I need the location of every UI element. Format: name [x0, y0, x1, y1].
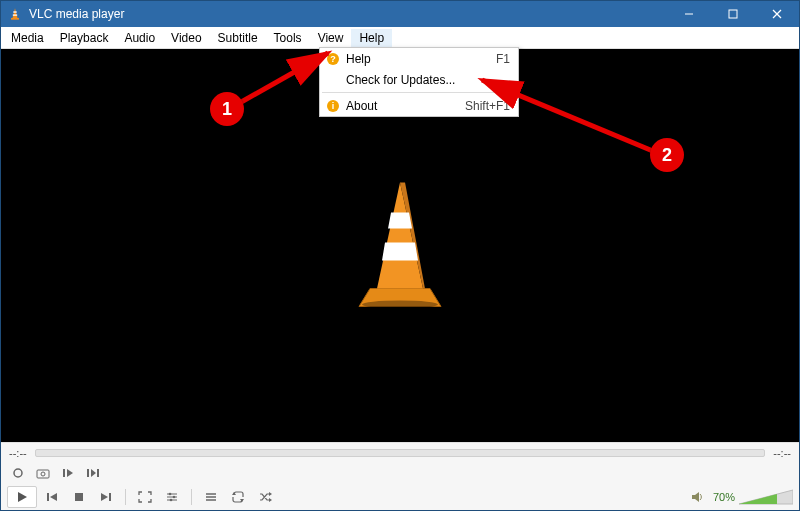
svg-marker-25 [50, 493, 57, 501]
seek-bar-row: --:-- --:-- [1, 442, 799, 462]
maximize-button[interactable] [711, 1, 755, 27]
menu-playback[interactable]: Playback [52, 29, 117, 47]
svg-marker-0 [12, 8, 17, 18]
shuffle-button[interactable] [253, 486, 277, 508]
help-icon: ? [324, 52, 342, 66]
play-button[interactable] [7, 486, 37, 508]
help-menu-about-label: About [342, 99, 465, 113]
svg-rect-16 [37, 470, 49, 478]
previous-button[interactable] [40, 486, 64, 508]
svg-marker-42 [692, 492, 699, 502]
atob-loop-button[interactable] [82, 463, 104, 483]
svg-point-33 [173, 496, 176, 499]
frame-step-button[interactable] [57, 463, 79, 483]
snapshot-button[interactable] [32, 463, 54, 483]
menu-view[interactable]: View [310, 29, 352, 47]
svg-marker-10 [377, 182, 423, 288]
time-total: --:-- [773, 447, 791, 459]
minimize-button[interactable] [667, 1, 711, 27]
menu-tools[interactable]: Tools [266, 29, 310, 47]
menu-help[interactable]: Help [351, 29, 392, 47]
title-bar: VLC media player [1, 1, 799, 27]
svg-rect-2 [13, 14, 17, 15]
svg-marker-27 [101, 493, 108, 501]
svg-marker-41 [269, 498, 272, 502]
fullscreen-button[interactable] [133, 486, 157, 508]
help-menu-help[interactable]: ? Help F1 [320, 48, 518, 69]
extended-settings-button[interactable] [160, 486, 184, 508]
menu-media[interactable]: Media [3, 29, 52, 47]
vlc-logo-icon [345, 176, 455, 315]
volume-percent-label: 70% [713, 491, 735, 503]
svg-rect-5 [729, 10, 737, 18]
mute-button[interactable] [685, 486, 709, 508]
svg-marker-21 [91, 469, 96, 477]
annotation-badge-2: 2 [650, 138, 684, 172]
svg-rect-24 [47, 493, 49, 501]
menu-audio[interactable]: Audio [116, 29, 163, 47]
svg-rect-26 [75, 493, 83, 501]
close-button[interactable] [755, 1, 799, 27]
help-dropdown: ? Help F1 Check for Updates... i About S… [319, 47, 519, 117]
window-title: VLC media player [29, 7, 124, 21]
loop-button[interactable] [226, 486, 250, 508]
svg-rect-22 [97, 469, 99, 477]
help-menu-check-updates[interactable]: Check for Updates... [320, 69, 518, 90]
svg-marker-40 [269, 492, 272, 496]
volume-control: 70% [685, 486, 793, 508]
help-menu-updates-label: Check for Updates... [342, 73, 510, 87]
svg-text:?: ? [330, 54, 336, 64]
svg-marker-23 [18, 492, 27, 502]
svg-point-17 [41, 472, 45, 476]
svg-marker-19 [67, 469, 73, 477]
svg-point-14 [362, 300, 438, 308]
primary-toolbar: 70% [1, 484, 799, 510]
seek-slider[interactable] [35, 449, 766, 457]
stop-button[interactable] [67, 486, 91, 508]
menu-subtitle[interactable]: Subtitle [210, 29, 266, 47]
menu-separator [322, 92, 516, 93]
help-menu-about-accel: Shift+F1 [465, 99, 510, 113]
menu-video[interactable]: Video [163, 29, 209, 47]
info-icon: i [324, 99, 342, 113]
svg-text:i: i [332, 101, 335, 111]
secondary-toolbar [1, 462, 799, 484]
svg-rect-18 [63, 469, 65, 477]
volume-slider[interactable] [739, 488, 793, 506]
svg-marker-12 [388, 212, 412, 228]
svg-point-34 [170, 499, 173, 502]
svg-rect-3 [11, 18, 19, 20]
svg-point-32 [169, 493, 172, 496]
svg-rect-1 [13, 11, 17, 12]
record-button[interactable] [7, 463, 29, 483]
help-menu-about[interactable]: i About Shift+F1 [320, 95, 518, 116]
help-menu-help-accel: F1 [496, 52, 510, 66]
vlc-cone-icon [7, 6, 23, 22]
time-elapsed: --:-- [9, 447, 27, 459]
annotation-badge-1: 1 [210, 92, 244, 126]
svg-point-15 [14, 469, 22, 477]
svg-rect-20 [87, 469, 89, 477]
svg-rect-28 [109, 493, 111, 501]
menu-bar: Media Playback Audio Video Subtitle Tool… [1, 27, 799, 49]
help-menu-help-label: Help [342, 52, 496, 66]
next-button[interactable] [94, 486, 118, 508]
svg-marker-13 [382, 242, 418, 260]
playlist-button[interactable] [199, 486, 223, 508]
